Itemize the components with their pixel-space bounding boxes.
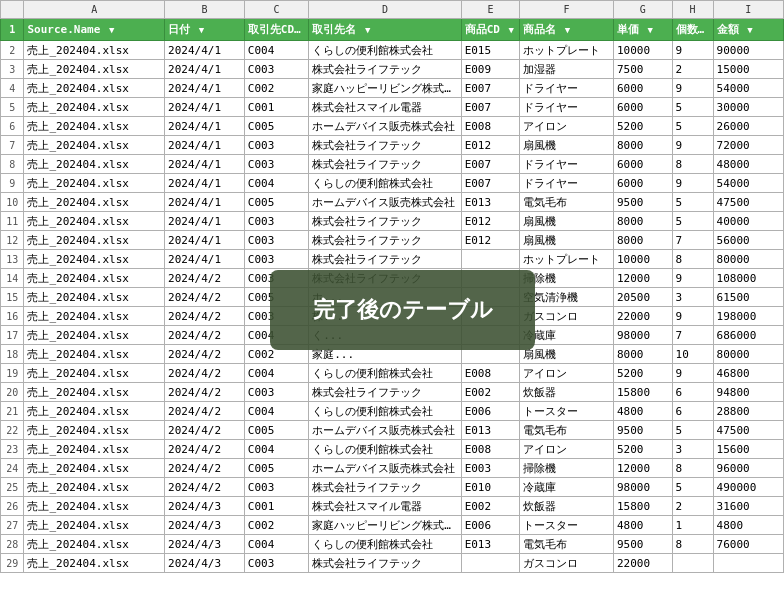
cell-kingaku[interactable]: 80000 <box>713 345 783 364</box>
cell-tanka[interactable]: 6000 <box>613 79 672 98</box>
cell-kingaku[interactable]: 46800 <box>713 364 783 383</box>
cell-torihiki-name[interactable]: くらしの便利館株式会社 <box>309 535 461 554</box>
cell-shohin-cd[interactable]: E010 <box>461 478 520 497</box>
cell-kosuu[interactable]: 9 <box>672 41 713 60</box>
cell-kingaku[interactable]: 76000 <box>713 535 783 554</box>
cell-date[interactable]: 2024/4/2 <box>165 364 245 383</box>
cell-shohin-cd[interactable]: E006 <box>461 516 520 535</box>
cell-shohin-name[interactable]: 炊飯器 <box>520 497 614 516</box>
cell-shohin-name[interactable]: ドライヤー <box>520 98 614 117</box>
cell-torihiki-cd[interactable]: C003 <box>244 383 308 402</box>
cell-tanka[interactable]: 9500 <box>613 535 672 554</box>
cell-torihiki-name[interactable]: 株式会社ライフテック <box>309 155 461 174</box>
cell-kosuu[interactable]: 5 <box>672 212 713 231</box>
filter-shohin-name[interactable]: ▼ <box>565 25 570 35</box>
cell-kosuu[interactable]: 7 <box>672 231 713 250</box>
cell-torihiki-cd[interactable]: C002 <box>244 516 308 535</box>
cell-shohin-name[interactable]: アイロン <box>520 364 614 383</box>
cell-date[interactable]: 2024/4/3 <box>165 497 245 516</box>
cell-kingaku[interactable]: 54000 <box>713 79 783 98</box>
cell-date[interactable]: 2024/4/1 <box>165 41 245 60</box>
cell-date[interactable]: 2024/4/3 <box>165 535 245 554</box>
cell-torihiki-name[interactable]: 株式会社ライフテック <box>309 554 461 573</box>
cell-kosuu[interactable]: 9 <box>672 79 713 98</box>
cell-torihiki-cd[interactable]: C003 <box>244 231 308 250</box>
cell-shohin-name[interactable]: ドライヤー <box>520 79 614 98</box>
cell-torihiki-name[interactable]: くらしの便利館株式会社 <box>309 440 461 459</box>
cell-tanka[interactable]: 6000 <box>613 155 672 174</box>
cell-source-name[interactable]: 売上_202404.xlsx <box>24 212 165 231</box>
cell-kingaku[interactable]: 47500 <box>713 193 783 212</box>
filter-kosuu[interactable]: ▼ <box>706 25 711 35</box>
cell-shohin-name[interactable]: ガスコンロ <box>520 554 614 573</box>
cell-date[interactable]: 2024/4/1 <box>165 136 245 155</box>
cell-kingaku[interactable]: 28800 <box>713 402 783 421</box>
cell-kosuu[interactable]: 6 <box>672 383 713 402</box>
cell-kingaku[interactable]: 15000 <box>713 60 783 79</box>
cell-kingaku[interactable]: 90000 <box>713 41 783 60</box>
header-shohin-name[interactable]: 商品名 ▼ <box>520 19 614 41</box>
cell-kingaku[interactable]: 686000 <box>713 326 783 345</box>
filter-shohin-cd[interactable]: ▼ <box>509 25 514 35</box>
cell-source-name[interactable]: 売上_202404.xlsx <box>24 155 165 174</box>
header-torihiki-cd[interactable]: 取引先CD ▼ <box>244 19 308 41</box>
cell-kosuu[interactable]: 6 <box>672 402 713 421</box>
cell-torihiki-name[interactable]: くらしの便利館株式会社 <box>309 174 461 193</box>
cell-kosuu[interactable]: 8 <box>672 250 713 269</box>
cell-torihiki-cd[interactable]: C004 <box>244 535 308 554</box>
cell-kingaku[interactable]: 198000 <box>713 307 783 326</box>
cell-shohin-cd[interactable]: E013 <box>461 193 520 212</box>
cell-tanka[interactable]: 22000 <box>613 554 672 573</box>
cell-date[interactable]: 2024/4/1 <box>165 155 245 174</box>
cell-tanka[interactable]: 12000 <box>613 269 672 288</box>
cell-date[interactable]: 2024/4/1 <box>165 231 245 250</box>
cell-kosuu[interactable]: 5 <box>672 117 713 136</box>
cell-kingaku[interactable]: 490000 <box>713 478 783 497</box>
cell-shohin-cd[interactable] <box>461 250 520 269</box>
cell-shohin-cd[interactable]: E007 <box>461 174 520 193</box>
cell-torihiki-name[interactable]: 株式会社ライフテック <box>309 212 461 231</box>
cell-torihiki-name[interactable]: 株式会社スマイル電器 <box>309 98 461 117</box>
cell-torihiki-name[interactable]: 家庭ハッピーリビング株式会社 <box>309 516 461 535</box>
cell-shohin-name[interactable]: 電気毛布 <box>520 421 614 440</box>
cell-torihiki-cd[interactable]: C001 <box>244 98 308 117</box>
cell-shohin-name[interactable]: 冷蔵庫 <box>520 478 614 497</box>
cell-torihiki-name[interactable]: 株式会社ライフテック <box>309 478 461 497</box>
cell-shohin-cd[interactable]: E008 <box>461 440 520 459</box>
cell-kosuu[interactable]: 5 <box>672 98 713 117</box>
cell-kosuu[interactable]: 5 <box>672 421 713 440</box>
cell-torihiki-cd[interactable]: C004 <box>244 402 308 421</box>
cell-kingaku[interactable]: 56000 <box>713 231 783 250</box>
cell-source-name[interactable]: 売上_202404.xlsx <box>24 345 165 364</box>
cell-source-name[interactable]: 売上_202404.xlsx <box>24 383 165 402</box>
cell-date[interactable]: 2024/4/2 <box>165 383 245 402</box>
cell-shohin-name[interactable]: ドライヤー <box>520 155 614 174</box>
cell-kingaku[interactable]: 61500 <box>713 288 783 307</box>
cell-date[interactable]: 2024/4/1 <box>165 79 245 98</box>
cell-tanka[interactable]: 6000 <box>613 98 672 117</box>
cell-date[interactable]: 2024/4/2 <box>165 440 245 459</box>
cell-torihiki-name[interactable]: ホームデバイス販売株式会社 <box>309 421 461 440</box>
cell-tanka[interactable]: 8000 <box>613 345 672 364</box>
cell-shohin-name[interactable]: 扇風機 <box>520 345 614 364</box>
cell-torihiki-cd[interactable]: C005 <box>244 117 308 136</box>
cell-torihiki-cd[interactable]: C003 <box>244 155 308 174</box>
cell-torihiki-cd[interactable]: C003 <box>244 136 308 155</box>
cell-source-name[interactable]: 売上_202404.xlsx <box>24 326 165 345</box>
cell-kosuu[interactable]: 9 <box>672 269 713 288</box>
cell-shohin-name[interactable]: ホットプレート <box>520 41 614 60</box>
cell-shohin-cd[interactable]: E012 <box>461 231 520 250</box>
cell-shohin-cd[interactable]: E012 <box>461 212 520 231</box>
cell-source-name[interactable]: 売上_202404.xlsx <box>24 554 165 573</box>
cell-shohin-cd[interactable]: E008 <box>461 364 520 383</box>
cell-torihiki-name[interactable]: ホームデバイス販売株式会社 <box>309 193 461 212</box>
cell-source-name[interactable]: 売上_202404.xlsx <box>24 307 165 326</box>
cell-kingaku[interactable]: 15600 <box>713 440 783 459</box>
cell-tanka[interactable]: 8000 <box>613 231 672 250</box>
cell-kosuu[interactable] <box>672 554 713 573</box>
cell-kingaku[interactable]: 31600 <box>713 497 783 516</box>
cell-torihiki-cd[interactable]: C005 <box>244 459 308 478</box>
cell-date[interactable]: 2024/4/2 <box>165 345 245 364</box>
cell-kosuu[interactable]: 8 <box>672 535 713 554</box>
cell-date[interactable]: 2024/4/1 <box>165 250 245 269</box>
